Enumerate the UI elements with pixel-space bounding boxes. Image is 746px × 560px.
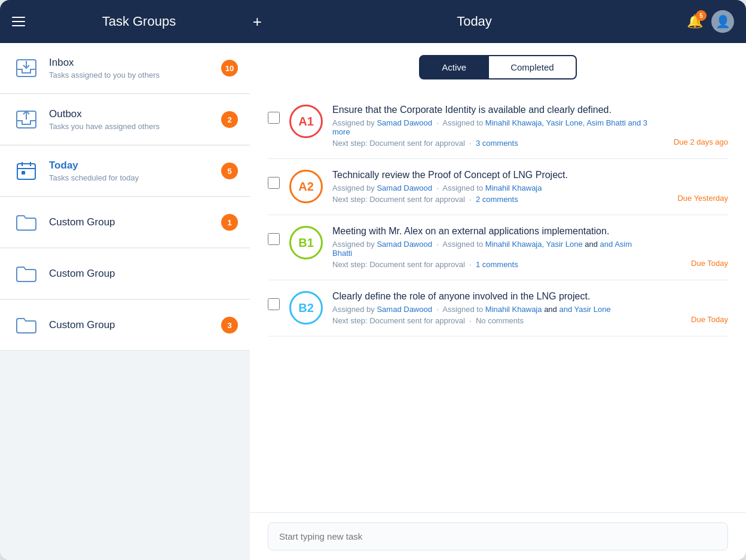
today-subtitle: Tasks scheduled for today — [49, 173, 221, 182]
assignedby-link-b1[interactable]: Samad Dawood — [377, 240, 432, 249]
today-icon — [12, 157, 41, 185]
custom2-text: Custom Group — [49, 268, 238, 280]
task-meta-b1: Assigned by Samad Dawood · Assigned to M… — [332, 240, 653, 258]
outbox-icon — [12, 105, 41, 134]
sidebar: Inbox Tasks assigned to you by others 10 — [0, 43, 250, 560]
header-left: Task Groups + — [12, 14, 262, 29]
today-text: Today Tasks scheduled for today — [49, 160, 221, 182]
task-next-b1: Next step: Document sent for approval · … — [332, 260, 653, 269]
task-checkbox-a1[interactable] — [268, 112, 280, 124]
custom1-badge: 1 — [221, 214, 238, 231]
header-title: Task Groups — [35, 14, 243, 29]
today-badge: 5 — [221, 163, 238, 179]
custom1-title: Custom Group — [49, 216, 221, 228]
task-meta-a2: Assigned by Samad Dawood · Assigned to M… — [332, 183, 653, 192]
new-task-bar — [250, 512, 746, 560]
notification-button[interactable]: 🔔 5 — [687, 14, 703, 29]
task-checkbox-a2[interactable] — [268, 177, 280, 189]
task-due-b2: Due Today — [662, 315, 728, 325]
task-title-a2: Technically review the Proof of Concept … — [332, 170, 653, 180]
comments-link-a2[interactable]: 2 comments — [476, 195, 518, 204]
custom3-title: Custom Group — [49, 319, 221, 331]
outbox-title: Outbox — [49, 108, 221, 120]
task-item-a2: A2 Technically review the Proof of Conce… — [268, 159, 728, 215]
current-view-title: Today — [457, 14, 492, 29]
task-title-b2: Clearly define the role of anyone involv… — [332, 291, 653, 302]
header-center: Today — [262, 14, 687, 29]
task-avatar-b2: B2 — [289, 291, 323, 325]
header: Task Groups + Today 🔔 5 👤 — [0, 0, 746, 43]
assignedby-link-b2[interactable]: Samad Dawood — [377, 305, 432, 314]
task-title-b1: Meeting with Mr. Alex on an external app… — [332, 226, 653, 237]
content-panel: Active Completed A1 Ensure that the Corp… — [250, 43, 746, 560]
task-checkbox-b2[interactable] — [268, 298, 280, 310]
task-content-b1: Meeting with Mr. Alex on an external app… — [332, 226, 653, 269]
folder-icon-1 — [12, 208, 41, 237]
task-avatar-a2: A2 — [289, 170, 323, 203]
task-avatar-b1: B1 — [289, 226, 323, 259]
task-next-b2: Next step: Document sent for approval · … — [332, 316, 653, 325]
custom3-badge: 3 — [221, 317, 238, 333]
sidebar-item-custom3[interactable]: Custom Group 3 — [0, 300, 250, 351]
assignedto-link-b2[interactable]: Minahil Khawaja — [485, 305, 542, 314]
assignedto-link-a2[interactable]: Minahil Khawaja — [485, 183, 542, 192]
comments-link-b1[interactable]: 1 comments — [476, 260, 518, 269]
task-item-b1: B1 Meeting with Mr. Alex on an external … — [268, 215, 728, 280]
assignedto-link-a1[interactable]: Minahil Khawaja, Yasir Lone, Asim Bhatti — [485, 118, 626, 127]
task-meta-b2: Assigned by Samad Dawood · Assigned to M… — [332, 305, 653, 314]
custom2-title: Custom Group — [49, 268, 238, 280]
task-title-a1: Ensure that the Corporate Identity is av… — [332, 105, 653, 115]
no-comments-b2: No comments — [476, 316, 524, 325]
tab-completed[interactable]: Completed — [488, 55, 577, 79]
task-next-a2: Next step: Document sent for approval · … — [332, 195, 653, 204]
sidebar-item-custom1[interactable]: Custom Group 1 — [0, 197, 250, 248]
sidebar-item-inbox[interactable]: Inbox Tasks assigned to you by others 10 — [0, 43, 250, 94]
main: Inbox Tasks assigned to you by others 10 — [0, 43, 746, 560]
inbox-text: Inbox Tasks assigned to you by others — [49, 57, 221, 79]
inbox-subtitle: Tasks assigned to you by others — [49, 71, 221, 79]
task-meta-a1: Assigned by Samad Dawood · Assigned to M… — [332, 118, 653, 136]
custom3-text: Custom Group — [49, 319, 221, 331]
inbox-icon — [12, 54, 41, 82]
task-due-a2: Due Yesterday — [662, 194, 728, 204]
sidebar-item-today[interactable]: Today Tasks scheduled for today 5 — [0, 146, 250, 197]
task-content-b2: Clearly define the role of anyone involv… — [332, 291, 653, 325]
task-due-b1: Due Today — [662, 259, 728, 269]
assignedto-extra-b2[interactable]: and Yasir Lone — [559, 305, 610, 314]
task-content-a2: Technically review the Proof of Concept … — [332, 170, 653, 204]
header-right: 🔔 5 👤 — [687, 10, 734, 33]
today-title: Today — [49, 160, 221, 172]
add-group-button[interactable]: + — [253, 14, 262, 29]
task-item-b2: B2 Clearly define the role of anyone inv… — [268, 280, 728, 336]
new-task-input[interactable] — [268, 522, 728, 550]
task-item-a1: A1 Ensure that the Corporate Identity is… — [268, 94, 728, 159]
task-content-a1: Ensure that the Corporate Identity is av… — [332, 105, 653, 148]
comments-link-a1[interactable]: 3 comments — [476, 139, 518, 148]
outbox-subtitle: Tasks you have assigned others — [49, 122, 221, 131]
sidebar-item-custom2[interactable]: Custom Group — [0, 249, 250, 299]
svg-rect-8 — [22, 171, 25, 175]
assignedto-link-b1[interactable]: Minahil Khawaja, Yasir Lone — [485, 240, 583, 249]
folder-icon-3 — [12, 311, 41, 339]
task-due-a1: Due 2 days ago — [662, 137, 728, 148]
custom1-text: Custom Group — [49, 216, 221, 228]
inbox-badge: 10 — [221, 60, 238, 76]
assignedby-link-a2[interactable]: Samad Dawood — [377, 183, 432, 192]
hamburger-icon[interactable] — [12, 17, 25, 26]
task-checkbox-b1[interactable] — [268, 233, 280, 245]
task-avatar-a1: A1 — [289, 105, 323, 138]
avatar[interactable]: 👤 — [711, 10, 734, 33]
task-next-a1: Next step: Document sent for approval · … — [332, 139, 653, 148]
assignedby-link-a1[interactable]: Samad Dawood — [377, 118, 432, 127]
notification-badge: 5 — [696, 10, 707, 21]
outbox-badge: 2 — [221, 111, 238, 128]
app-container: Task Groups + Today 🔔 5 👤 — [0, 0, 746, 560]
content-body: Active Completed A1 Ensure that the Corp… — [250, 43, 746, 512]
outbox-text: Outbox Tasks you have assigned others — [49, 108, 221, 131]
inbox-title: Inbox — [49, 57, 221, 69]
sidebar-item-outbox[interactable]: Outbox Tasks you have assigned others 2 — [0, 94, 250, 145]
tab-active[interactable]: Active — [419, 55, 488, 79]
tab-bar: Active Completed — [268, 55, 728, 79]
svg-rect-4 — [17, 164, 35, 179]
folder-icon-2 — [12, 259, 41, 288]
